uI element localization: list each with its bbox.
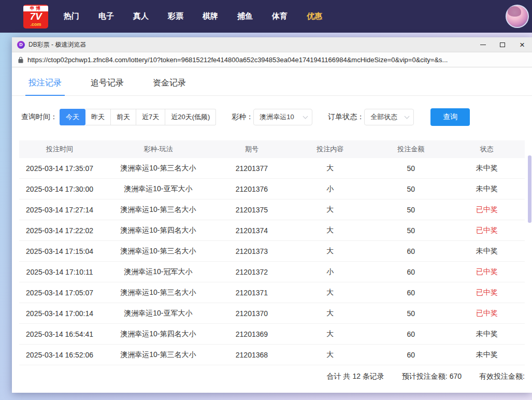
header-3: 投注内容	[287, 145, 373, 154]
cell-content: 大	[287, 330, 373, 339]
time-option-4[interactable]: 近20天(低频)	[165, 109, 216, 125]
cell-time: 2025-03-14 17:15:04	[19, 247, 100, 255]
cell-game: 澳洲幸运10-冠军大小	[100, 267, 216, 277]
lottery-select-value: 澳洲幸运10	[260, 112, 294, 122]
nav-item-4[interactable]: 棋牌	[203, 11, 218, 21]
header-5: 状态	[449, 145, 525, 154]
table-row: 2025-03-14 17:05:07澳洲幸运10-第三名大小21201371大…	[19, 282, 525, 303]
site-logo[interactable]: 申博 7V .com	[23, 5, 48, 28]
cell-content: 大	[287, 226, 373, 235]
order-status-select-value: 全部状态	[370, 112, 397, 122]
cell-time: 2025-03-14 17:30:00	[19, 185, 100, 193]
tab-2[interactable]: 资金记录	[150, 78, 189, 95]
close-button[interactable]: ×	[512, 37, 532, 52]
cell-amount: 60	[373, 289, 449, 297]
time-option-0[interactable]: 今天	[60, 109, 85, 125]
maximize-icon	[500, 42, 505, 47]
cell-amount: 50	[373, 226, 449, 235]
nav-item-2[interactable]: 真人	[133, 11, 149, 21]
lottery-select[interactable]: 澳洲幸运10	[253, 109, 312, 125]
cell-status: 已中奖	[449, 205, 525, 215]
time-option-2[interactable]: 前天	[111, 109, 136, 125]
query-button[interactable]: 查询	[430, 108, 470, 126]
cell-game: 澳洲幸运10-第三名大小	[100, 247, 216, 256]
nav-item-6[interactable]: 体育	[272, 11, 287, 21]
cell-status: 已中奖	[449, 267, 525, 277]
cell-amount: 60	[373, 247, 449, 255]
cell-status: 未中奖	[449, 184, 525, 194]
time-option-3[interactable]: 近7天	[136, 109, 165, 125]
nav-item-5[interactable]: 捕鱼	[237, 11, 253, 21]
table-row: 2025-03-14 17:00:14澳洲幸运10-亚军大小21201370大5…	[19, 303, 525, 324]
maximize-button[interactable]	[493, 37, 512, 52]
summary-row: 合计 共 12 条记录 预计投注金额: 670 有效投注金额:	[19, 365, 525, 388]
chevron-down-icon	[303, 113, 308, 119]
cell-status: 已中奖	[449, 288, 525, 297]
header-2: 期号	[217, 145, 287, 154]
time-filter-label: 查询时间：	[21, 112, 57, 122]
cell-time: 2025-03-14 16:52:06	[19, 351, 100, 359]
cell-content: 大	[287, 164, 373, 173]
cell-game: 澳洲幸运10-第三名大小	[100, 205, 216, 215]
cell-amount: 60	[373, 268, 449, 276]
cell-amount: 50	[373, 309, 449, 318]
logo-text-main: 7V	[30, 11, 41, 22]
tab-1[interactable]: 追号记录	[88, 78, 127, 95]
table-row: 2025-03-14 17:10:11澳洲幸运10-冠军大小21201372小6…	[19, 262, 525, 282]
window-title-bar: D DB彩票 - 极速浏览器 ×	[12, 37, 532, 52]
header-4: 投注金额	[373, 145, 449, 154]
cell-content: 小	[287, 267, 373, 277]
cell-status: 未中奖	[449, 164, 525, 173]
close-icon: ×	[520, 40, 525, 49]
address-bar[interactable]: https://ctop02pchwp1.zfnc84.com/lottery/…	[12, 52, 532, 67]
summary-valid-amount: 有效投注金额:	[479, 372, 525, 381]
cell-status: 未中奖	[449, 330, 525, 339]
table-row: 2025-03-14 17:15:04澳洲幸运10-第三名大小21201373大…	[19, 241, 525, 262]
table-body: 2025-03-14 17:35:07澳洲幸运10-第三名大小21201377大…	[19, 158, 525, 365]
cell-status: 已中奖	[449, 226, 525, 235]
cell-content: 大	[287, 309, 373, 318]
nav-item-7[interactable]: 优惠	[307, 11, 322, 21]
cell-issue: 21201370	[217, 309, 287, 318]
table-row: 2025-03-14 17:30:00澳洲幸运10-亚军大小21201376小5…	[19, 179, 525, 199]
browser-window: D DB彩票 - 极速浏览器 × https://ctop02pchwp1.zf…	[12, 37, 532, 393]
time-option-1[interactable]: 昨天	[85, 109, 111, 125]
filter-bar: 查询时间： 今天昨天前天近7天近20天(低频) 彩种： 澳洲幸运10 订单状态：…	[21, 108, 532, 126]
minimize-icon	[480, 45, 486, 45]
url-text: https://ctop02pchwp1.zfnc84.com/lottery/…	[27, 56, 448, 64]
cell-status: 未中奖	[449, 247, 525, 256]
cell-game: 澳洲幸运10-亚军大小	[100, 184, 216, 194]
cell-time: 2025-03-14 17:10:11	[19, 268, 100, 276]
cell-issue: 21201376	[217, 185, 287, 193]
cell-issue: 21201374	[217, 226, 287, 235]
vertical-scrollbar-thumb[interactable]	[528, 155, 531, 223]
order-status-select[interactable]: 全部状态	[364, 109, 414, 125]
summary-expected-amount: 预计投注金额: 670	[402, 372, 462, 381]
page-content: 投注记录追号记录资金记录 查询时间： 今天昨天前天近7天近20天(低频) 彩种：…	[12, 67, 532, 393]
logo-text-suffix: .com	[30, 22, 41, 27]
cell-content: 小	[287, 184, 373, 194]
cell-issue: 21201368	[217, 351, 287, 359]
window-controls: ×	[473, 37, 532, 52]
cell-amount: 60	[373, 330, 449, 338]
cell-issue: 21201377	[217, 164, 287, 173]
cell-content: 大	[287, 247, 373, 256]
nav-item-3[interactable]: 彩票	[168, 11, 183, 21]
cell-game: 澳洲幸运10-第四名大小	[100, 330, 216, 339]
cell-time: 2025-03-14 17:27:14	[19, 206, 100, 214]
nav-item-1[interactable]: 电子	[98, 11, 114, 21]
nav-items: 热门电子真人彩票棋牌捕鱼体育优惠	[64, 11, 341, 21]
minimize-button[interactable]	[473, 37, 493, 52]
desktop-background: 申博 7V .com 热门电子真人彩票棋牌捕鱼体育优惠 D DB彩票 - 极速浏…	[0, 0, 532, 400]
cell-game: 澳洲幸运10-第三名大小	[100, 350, 216, 360]
nav-item-0[interactable]: 热门	[64, 11, 79, 21]
summary-total: 合计 共 12 条记录	[327, 372, 384, 381]
bet-records-table: 投注时间彩种-玩法期号投注内容投注金额状态 2025-03-14 17:35:0…	[19, 140, 525, 388]
cell-game: 澳洲幸运10-第三名大小	[100, 288, 216, 297]
user-avatar[interactable]	[506, 5, 529, 28]
tab-0[interactable]: 投注记录	[25, 78, 65, 96]
cell-issue: 21201373	[217, 247, 287, 255]
window-title: DB彩票 - 极速浏览器	[28, 40, 86, 49]
cell-time: 2025-03-14 17:35:07	[19, 164, 100, 173]
top-nav-bar: 申博 7V .com 热门电子真人彩票棋牌捕鱼体育优惠	[0, 0, 532, 33]
